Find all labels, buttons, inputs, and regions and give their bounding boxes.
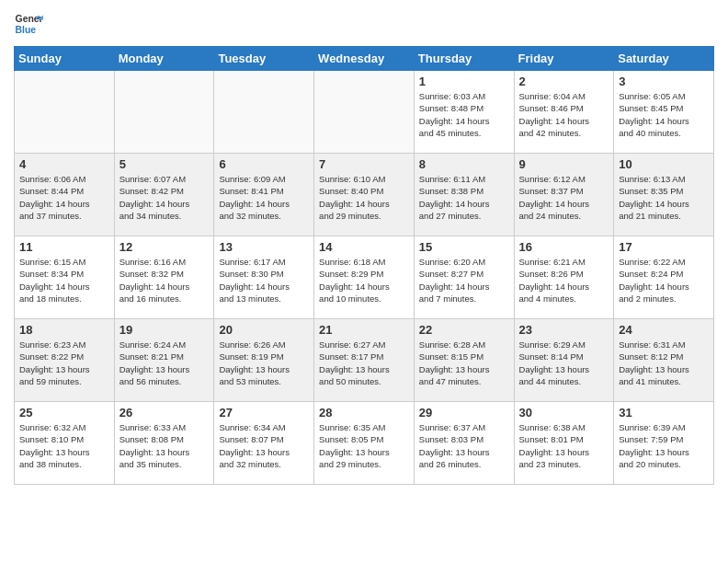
calendar-cell: 18Sunrise: 6:23 AM Sunset: 8:22 PM Dayli… bbox=[15, 319, 115, 402]
day-number: 28 bbox=[319, 406, 409, 419]
day-detail: Sunrise: 6:31 AM Sunset: 8:12 PM Dayligh… bbox=[619, 339, 709, 387]
day-of-week-header: Saturday bbox=[614, 47, 714, 71]
calendar-cell: 9Sunrise: 6:12 AM Sunset: 8:37 PM Daylig… bbox=[514, 154, 614, 236]
day-detail: Sunrise: 6:39 AM Sunset: 7:59 PM Dayligh… bbox=[619, 421, 709, 470]
day-detail: Sunrise: 6:06 AM Sunset: 8:44 PM Dayligh… bbox=[19, 173, 109, 222]
calendar-cell bbox=[314, 71, 415, 154]
day-number: 30 bbox=[519, 406, 609, 419]
calendar-week-row: 18Sunrise: 6:23 AM Sunset: 8:22 PM Dayli… bbox=[15, 319, 714, 402]
calendar-cell: 8Sunrise: 6:11 AM Sunset: 8:38 PM Daylig… bbox=[414, 154, 514, 236]
calendar-cell: 15Sunrise: 6:20 AM Sunset: 8:27 PM Dayli… bbox=[414, 236, 514, 319]
day-number: 18 bbox=[19, 323, 109, 337]
calendar-cell: 26Sunrise: 6:33 AM Sunset: 8:08 PM Dayli… bbox=[114, 402, 214, 485]
day-detail: Sunrise: 6:35 AM Sunset: 8:05 PM Dayligh… bbox=[319, 421, 409, 470]
day-detail: Sunrise: 6:04 AM Sunset: 8:46 PM Dayligh… bbox=[519, 90, 609, 139]
calendar-week-row: 25Sunrise: 6:32 AM Sunset: 8:10 PM Dayli… bbox=[15, 402, 714, 485]
day-number: 24 bbox=[619, 323, 709, 337]
day-number: 14 bbox=[319, 240, 409, 254]
calendar-cell: 28Sunrise: 6:35 AM Sunset: 8:05 PM Dayli… bbox=[314, 402, 415, 485]
calendar-cell: 16Sunrise: 6:21 AM Sunset: 8:26 PM Dayli… bbox=[514, 236, 614, 319]
day-number: 6 bbox=[219, 157, 309, 171]
calendar-cell: 19Sunrise: 6:24 AM Sunset: 8:21 PM Dayli… bbox=[114, 319, 214, 402]
calendar-cell: 10Sunrise: 6:13 AM Sunset: 8:35 PM Dayli… bbox=[614, 154, 714, 236]
day-number: 22 bbox=[419, 323, 509, 337]
day-number: 9 bbox=[519, 157, 609, 171]
day-detail: Sunrise: 6:37 AM Sunset: 8:03 PM Dayligh… bbox=[419, 421, 509, 470]
calendar-cell: 1Sunrise: 6:03 AM Sunset: 8:48 PM Daylig… bbox=[414, 71, 514, 154]
calendar-cell: 17Sunrise: 6:22 AM Sunset: 8:24 PM Dayli… bbox=[614, 236, 714, 319]
day-detail: Sunrise: 6:13 AM Sunset: 8:35 PM Dayligh… bbox=[619, 173, 709, 222]
day-detail: Sunrise: 6:17 AM Sunset: 8:30 PM Dayligh… bbox=[219, 256, 309, 304]
day-detail: Sunrise: 6:27 AM Sunset: 8:17 PM Dayligh… bbox=[319, 339, 409, 387]
page-header: General Blue bbox=[14, 9, 714, 39]
day-number: 5 bbox=[119, 157, 210, 171]
day-detail: Sunrise: 6:18 AM Sunset: 8:29 PM Dayligh… bbox=[319, 256, 409, 304]
calendar-cell: 21Sunrise: 6:27 AM Sunset: 8:17 PM Dayli… bbox=[314, 319, 415, 402]
calendar-table: SundayMondayTuesdayWednesdayThursdayFrid… bbox=[14, 46, 714, 485]
calendar-cell: 23Sunrise: 6:29 AM Sunset: 8:14 PM Dayli… bbox=[514, 319, 614, 402]
day-detail: Sunrise: 6:32 AM Sunset: 8:10 PM Dayligh… bbox=[19, 421, 109, 470]
day-of-week-header: Wednesday bbox=[314, 47, 415, 71]
calendar-cell bbox=[214, 71, 314, 154]
day-detail: Sunrise: 6:23 AM Sunset: 8:22 PM Dayligh… bbox=[19, 339, 109, 387]
day-detail: Sunrise: 6:12 AM Sunset: 8:37 PM Dayligh… bbox=[519, 173, 609, 222]
day-number: 19 bbox=[119, 323, 210, 337]
day-of-week-header: Thursday bbox=[414, 47, 514, 71]
day-number: 7 bbox=[319, 157, 409, 171]
day-number: 20 bbox=[219, 323, 309, 337]
calendar-cell: 3Sunrise: 6:05 AM Sunset: 8:45 PM Daylig… bbox=[614, 71, 714, 154]
day-number: 13 bbox=[219, 240, 309, 254]
day-number: 29 bbox=[419, 406, 509, 419]
calendar-cell: 2Sunrise: 6:04 AM Sunset: 8:46 PM Daylig… bbox=[514, 71, 614, 154]
day-detail: Sunrise: 6:29 AM Sunset: 8:14 PM Dayligh… bbox=[519, 339, 609, 387]
day-detail: Sunrise: 6:33 AM Sunset: 8:08 PM Dayligh… bbox=[119, 421, 210, 470]
day-detail: Sunrise: 6:15 AM Sunset: 8:34 PM Dayligh… bbox=[19, 256, 109, 304]
calendar-cell: 22Sunrise: 6:28 AM Sunset: 8:15 PM Dayli… bbox=[414, 319, 514, 402]
logo: General Blue bbox=[14, 9, 43, 39]
day-number: 1 bbox=[419, 75, 509, 88]
calendar-cell: 11Sunrise: 6:15 AM Sunset: 8:34 PM Dayli… bbox=[15, 236, 115, 319]
day-number: 15 bbox=[419, 240, 509, 254]
day-detail: Sunrise: 6:38 AM Sunset: 8:01 PM Dayligh… bbox=[519, 421, 609, 470]
day-number: 31 bbox=[619, 406, 709, 419]
logo-icon: General Blue bbox=[14, 9, 43, 39]
calendar-cell: 20Sunrise: 6:26 AM Sunset: 8:19 PM Dayli… bbox=[214, 319, 314, 402]
day-number: 3 bbox=[619, 75, 709, 88]
calendar-cell: 6Sunrise: 6:09 AM Sunset: 8:41 PM Daylig… bbox=[214, 154, 314, 236]
calendar-cell: 12Sunrise: 6:16 AM Sunset: 8:32 PM Dayli… bbox=[114, 236, 214, 319]
calendar-header-row: SundayMondayTuesdayWednesdayThursdayFrid… bbox=[15, 47, 714, 71]
calendar-cell: 24Sunrise: 6:31 AM Sunset: 8:12 PM Dayli… bbox=[614, 319, 714, 402]
calendar-cell bbox=[15, 71, 115, 154]
day-detail: Sunrise: 6:03 AM Sunset: 8:48 PM Dayligh… bbox=[419, 90, 509, 139]
day-of-week-header: Friday bbox=[514, 47, 614, 71]
day-detail: Sunrise: 6:21 AM Sunset: 8:26 PM Dayligh… bbox=[519, 256, 609, 304]
day-detail: Sunrise: 6:22 AM Sunset: 8:24 PM Dayligh… bbox=[619, 256, 709, 304]
day-number: 12 bbox=[119, 240, 210, 254]
calendar-week-row: 1Sunrise: 6:03 AM Sunset: 8:48 PM Daylig… bbox=[15, 71, 714, 154]
svg-text:Blue: Blue bbox=[16, 25, 37, 35]
calendar-cell: 13Sunrise: 6:17 AM Sunset: 8:30 PM Dayli… bbox=[214, 236, 314, 319]
calendar-week-row: 11Sunrise: 6:15 AM Sunset: 8:34 PM Dayli… bbox=[15, 236, 714, 319]
calendar-cell: 14Sunrise: 6:18 AM Sunset: 8:29 PM Dayli… bbox=[314, 236, 415, 319]
day-number: 11 bbox=[19, 240, 109, 254]
day-detail: Sunrise: 6:05 AM Sunset: 8:45 PM Dayligh… bbox=[619, 90, 709, 139]
calendar-cell: 29Sunrise: 6:37 AM Sunset: 8:03 PM Dayli… bbox=[414, 402, 514, 485]
day-number: 23 bbox=[519, 323, 609, 337]
calendar-cell: 31Sunrise: 6:39 AM Sunset: 7:59 PM Dayli… bbox=[614, 402, 714, 485]
day-detail: Sunrise: 6:07 AM Sunset: 8:42 PM Dayligh… bbox=[119, 173, 210, 222]
day-number: 10 bbox=[619, 157, 709, 171]
calendar-cell bbox=[114, 71, 214, 154]
day-detail: Sunrise: 6:16 AM Sunset: 8:32 PM Dayligh… bbox=[119, 256, 210, 304]
day-of-week-header: Sunday bbox=[15, 47, 115, 71]
day-number: 8 bbox=[419, 157, 509, 171]
calendar-cell: 7Sunrise: 6:10 AM Sunset: 8:40 PM Daylig… bbox=[314, 154, 415, 236]
calendar-week-row: 4Sunrise: 6:06 AM Sunset: 8:44 PM Daylig… bbox=[15, 154, 714, 236]
calendar-cell: 25Sunrise: 6:32 AM Sunset: 8:10 PM Dayli… bbox=[15, 402, 115, 485]
day-detail: Sunrise: 6:11 AM Sunset: 8:38 PM Dayligh… bbox=[419, 173, 509, 222]
day-of-week-header: Monday bbox=[114, 47, 214, 71]
day-number: 27 bbox=[219, 406, 309, 419]
day-detail: Sunrise: 6:24 AM Sunset: 8:21 PM Dayligh… bbox=[119, 339, 210, 387]
day-detail: Sunrise: 6:09 AM Sunset: 8:41 PM Dayligh… bbox=[219, 173, 309, 222]
day-number: 16 bbox=[519, 240, 609, 254]
day-number: 2 bbox=[519, 75, 609, 88]
